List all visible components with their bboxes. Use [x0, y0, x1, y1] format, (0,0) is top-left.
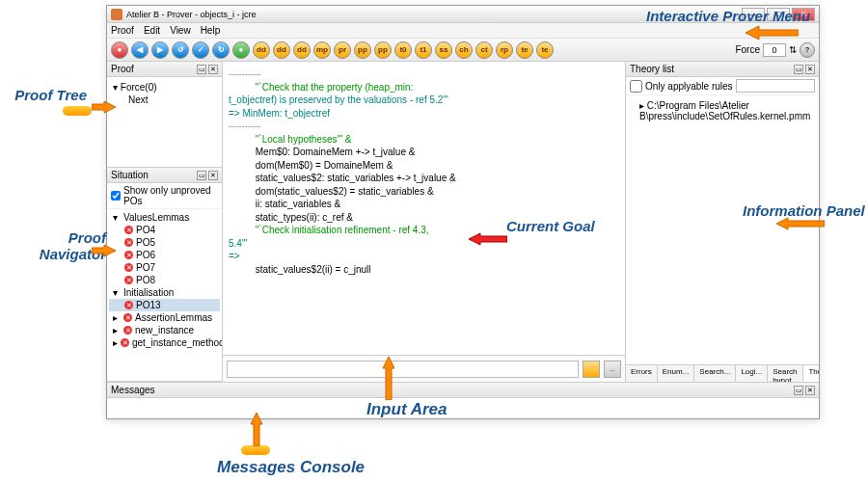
proof-panel: Proof▭✕ ▾ Force(0) Next: [107, 62, 222, 168]
undock-icon[interactable]: ▭: [197, 65, 206, 74]
force-spinner-icon[interactable]: ⇅: [789, 44, 797, 55]
toolbar-button-10[interactable]: mp: [313, 41, 331, 59]
info-tab[interactable]: Search hypot...: [768, 365, 803, 382]
toolbar-button-20[interactable]: te: [516, 41, 533, 59]
situation-panel: Situation▭✕ Show only unproved POs ▾Valu…: [107, 168, 222, 382]
command-input[interactable]: [227, 361, 579, 378]
input-area: ..: [223, 355, 625, 382]
tree-node[interactable]: ▸✕new_instance: [109, 324, 220, 336]
window-title: Atelier B - Prover - objects_i - jcre: [126, 10, 738, 19]
app-logo-icon: [111, 9, 122, 20]
tree-node[interactable]: ✕PO4: [109, 224, 220, 236]
menu-view[interactable]: View: [170, 25, 191, 36]
toolbar-button-2[interactable]: ▶: [151, 41, 169, 59]
undock-icon[interactable]: ▭: [794, 386, 803, 395]
tree-node[interactable]: ▸✕AssertionLemmas: [109, 311, 220, 324]
annot-proof-nav: Proof Navigator: [0, 229, 106, 262]
titlebar: Atelier B - Prover - objects_i - jcre — …: [107, 6, 819, 23]
tree-node[interactable]: ▸✕get_instance_method: [109, 336, 220, 349]
applyable-rules-checkbox[interactable]: [630, 80, 642, 93]
toolbar-button-11[interactable]: pr: [334, 41, 351, 59]
close-panel-icon[interactable]: ✕: [805, 65, 815, 74]
info-tab[interactable]: Errors: [626, 365, 658, 382]
close-panel-icon[interactable]: ✕: [208, 65, 218, 74]
toolbar-button-13[interactable]: pp: [374, 41, 392, 59]
messages-panel-title: Messages: [111, 385, 155, 395]
info-tab[interactable]: Search...: [694, 365, 736, 382]
toolbar-button-12[interactable]: pp: [354, 41, 371, 59]
proof-navigator-tree[interactable]: ▾ValuesLemmas✕PO4✕PO5✕PO6✕PO7✕PO8▾Initia…: [107, 209, 222, 381]
force-label: Force: [735, 44, 760, 55]
toolbar-button-6[interactable]: ●: [232, 41, 250, 59]
proof-panel-title: Proof: [111, 64, 134, 74]
toolbar-button-14[interactable]: t0: [394, 41, 412, 59]
toolbar-button-1[interactable]: ◀: [131, 41, 149, 59]
tree-node[interactable]: ▾Initialisation: [109, 286, 220, 299]
proof-tree[interactable]: ▾ Force(0) Next: [107, 77, 222, 167]
maximize-button[interactable]: □: [767, 8, 790, 21]
toolbar-button-7[interactable]: dd: [253, 41, 270, 59]
app-window: Atelier B - Prover - objects_i - jcre — …: [106, 5, 820, 419]
menu-edit[interactable]: Edit: [144, 25, 160, 36]
help-button[interactable]: ?: [800, 42, 815, 58]
tree-node[interactable]: ✕PO5: [109, 236, 220, 249]
close-panel-icon[interactable]: ✕: [208, 171, 218, 180]
toolbar-button-9[interactable]: dd: [293, 41, 311, 59]
messages-panel: Messages▭✕: [107, 382, 819, 418]
toolbar-button-8[interactable]: dd: [273, 41, 290, 59]
menubar: Proof Edit View Help: [107, 23, 819, 39]
current-goal-view[interactable]: ---------- "`Check that the property (he…: [223, 62, 625, 355]
toolbar-button-15[interactable]: t1: [415, 41, 432, 59]
tree-node[interactable]: ✕PO7: [109, 261, 220, 274]
center-column: ---------- "`Check that the property (he…: [223, 62, 626, 382]
toolbar-button-16[interactable]: ss: [435, 41, 452, 59]
tree-node[interactable]: ✕PO8: [109, 274, 220, 286]
tree-node[interactable]: ▾ValuesLemmas: [109, 211, 220, 224]
unproved-filter-label: Show only unproved POs: [123, 185, 218, 206]
toolbar-button-4[interactable]: ✓: [192, 41, 209, 59]
tree-node[interactable]: ✕PO13: [109, 299, 220, 311]
left-column: Proof▭✕ ▾ Force(0) Next Situation▭✕ Show…: [107, 62, 223, 382]
undock-icon[interactable]: ▭: [197, 171, 206, 180]
info-tab[interactable]: Theo...: [803, 365, 819, 382]
close-panel-icon[interactable]: ✕: [805, 386, 815, 395]
theory-panel: Theory list▭✕ Only applyable rules ▸ C:\…: [626, 62, 819, 382]
info-tab[interactable]: Logi...: [736, 365, 768, 382]
tree-node[interactable]: ✕PO6: [109, 249, 220, 261]
toolbar-button-3[interactable]: ↺: [172, 41, 189, 59]
rule-item: ▸ C:\Program Files\Atelier B\press\inclu…: [630, 99, 815, 122]
rule-list[interactable]: ▸ C:\Program Files\Atelier B\press\inclu…: [626, 95, 819, 364]
menu-help[interactable]: Help: [201, 25, 221, 36]
close-button[interactable]: ✕: [792, 8, 815, 21]
messages-body[interactable]: [107, 398, 819, 418]
aux-button[interactable]: ..: [604, 361, 621, 378]
annot-proof-tree: Proof Tree: [10, 87, 87, 103]
situation-panel-title: Situation: [111, 170, 149, 180]
rule-filter-input[interactable]: [736, 79, 815, 93]
force-control: Force ⇅ ?: [735, 42, 815, 58]
toolbar-button-5[interactable]: ↻: [212, 41, 230, 59]
toolbar: ●◀▶↺✓↻●ddddddmpprppppt0t1sschctrptete Fo…: [107, 39, 819, 62]
toolbar-button-19[interactable]: rp: [496, 41, 513, 59]
annot-messages: Messages Console: [217, 458, 365, 477]
force-input[interactable]: [763, 43, 786, 57]
info-tabs: ErrorsEnum...Search...Logi...Search hypo…: [626, 364, 819, 382]
menu-proof[interactable]: Proof: [111, 25, 134, 36]
run-button[interactable]: [583, 361, 600, 378]
theory-panel-title: Theory list: [630, 64, 674, 74]
toolbar-button-21[interactable]: te: [536, 41, 554, 59]
info-tab[interactable]: Enum...: [658, 365, 695, 382]
unproved-filter-checkbox[interactable]: [111, 191, 121, 201]
toolbar-button-0[interactable]: ●: [111, 41, 128, 59]
applyable-rules-label: Only applyable rules: [645, 81, 733, 92]
toolbar-button-18[interactable]: ct: [475, 41, 493, 59]
minimize-button[interactable]: —: [742, 8, 765, 21]
toolbar-button-17[interactable]: ch: [455, 41, 473, 59]
undock-icon[interactable]: ▭: [794, 65, 803, 74]
